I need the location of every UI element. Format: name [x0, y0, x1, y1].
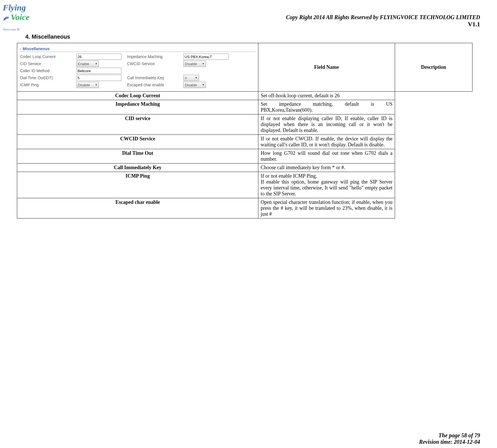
- misc-settings-pane: Miscellaneous Codec Loop CurrentImpedanc…: [17, 43, 258, 91]
- pane-legend: Miscellaneous: [20, 47, 255, 52]
- logo-brand2: Voice: [11, 12, 30, 22]
- brand-logo: Flying Voice Voice over IP: [3, 3, 30, 32]
- setting-input[interactable]: [76, 54, 121, 60]
- setting-label: Escaped char enable: [127, 83, 183, 87]
- field-name-cell: CID service: [17, 114, 258, 135]
- setting-input[interactable]: [183, 54, 228, 60]
- chevron-down-icon: ▼: [95, 83, 97, 86]
- setting-label: Impedance Maching: [127, 54, 183, 59]
- field-name-cell: ICMP Ping: [17, 172, 258, 198]
- setting-label: CID Service: [20, 61, 76, 66]
- section-heading: 4. Miscellaneous: [25, 34, 480, 40]
- field-name-cell: Escaped char enable: [17, 198, 258, 219]
- setting-select[interactable]: Disable▼: [183, 82, 206, 88]
- setting-input[interactable]: [76, 68, 121, 74]
- setting-select[interactable]: Disable▼: [76, 82, 99, 88]
- chevron-down-icon: ▼: [202, 62, 205, 65]
- version-text: V1.1: [468, 21, 480, 28]
- ui-screenshot-cell: Miscellaneous Codec Loop CurrentImpedanc…: [17, 43, 258, 92]
- setting-label: CWCID Service: [127, 61, 183, 66]
- th-field: Field Name: [258, 43, 395, 92]
- chevron-down-icon: ▼: [202, 83, 205, 86]
- logo-tagline: Voice over IP: [3, 28, 20, 31]
- setting-select[interactable]: #▼: [183, 75, 199, 81]
- setting-label: Codec Loop Current: [20, 54, 76, 59]
- setting-select[interactable]: Disable▼: [183, 61, 206, 67]
- field-name-cell: Codec Loop Current: [17, 92, 258, 100]
- field-desc-cell: How long G702 will sound dial out tone w…: [258, 149, 395, 164]
- chevron-down-icon: ▼: [195, 76, 198, 79]
- field-desc-cell: If or not enable CWCID. If enable, the d…: [258, 135, 395, 149]
- setting-input[interactable]: [76, 75, 121, 81]
- field-desc-cell: Open special character translation funct…: [258, 198, 395, 219]
- settings-grid: Codec Loop CurrentImpedance MachingCID S…: [20, 54, 255, 88]
- field-desc-cell: If or not enable displaying caller ID; I…: [258, 114, 395, 135]
- setting-label: Call Immediately Key: [127, 76, 183, 80]
- field-desc-cell: Set impedance matching, default is US PB…: [258, 100, 395, 114]
- copyright-text: Copy Right 2014 All Rights Reserved by F…: [286, 14, 480, 20]
- field-name-cell: Dial Time Out: [17, 149, 258, 164]
- header-right: Copy Right 2014 All Rights Reserved by F…: [6, 6, 480, 28]
- section-number: 4.: [25, 34, 30, 40]
- setting-select[interactable]: Enable▼: [76, 61, 99, 67]
- description-table: Miscellaneous Codec Loop CurrentImpedanc…: [17, 43, 472, 219]
- field-desc-cell: Set off-hook loop current, default is 26: [258, 92, 395, 100]
- th-desc: Description: [395, 43, 472, 92]
- setting-label: Caller ID Method: [20, 69, 76, 73]
- field-desc-cell: If or not enable ICMP Ping. If enable th…: [258, 172, 395, 198]
- setting-label: ICMP Ping: [20, 83, 76, 87]
- footer-revision: Revision time: 2014-12-04: [419, 439, 480, 445]
- logo-brand1: Flying: [3, 3, 26, 12]
- chevron-down-icon: ▼: [95, 62, 97, 65]
- field-name-cell: Impedance Maching: [17, 100, 258, 114]
- field-name-cell: Call Immediately Key: [17, 164, 258, 172]
- section-title: Miscellaneous: [32, 34, 70, 40]
- footer-page: The page 58 of 79: [438, 432, 480, 438]
- setting-label: Dial Time Out(IDT): [20, 76, 76, 80]
- field-name-cell: CWCID Service: [17, 135, 258, 149]
- page-footer: The page 58 of 79 Revision time: 2014-12…: [419, 432, 480, 445]
- wifi-icon: [3, 16, 11, 21]
- field-desc-cell: Choose call immediately key form * or #.: [258, 164, 395, 172]
